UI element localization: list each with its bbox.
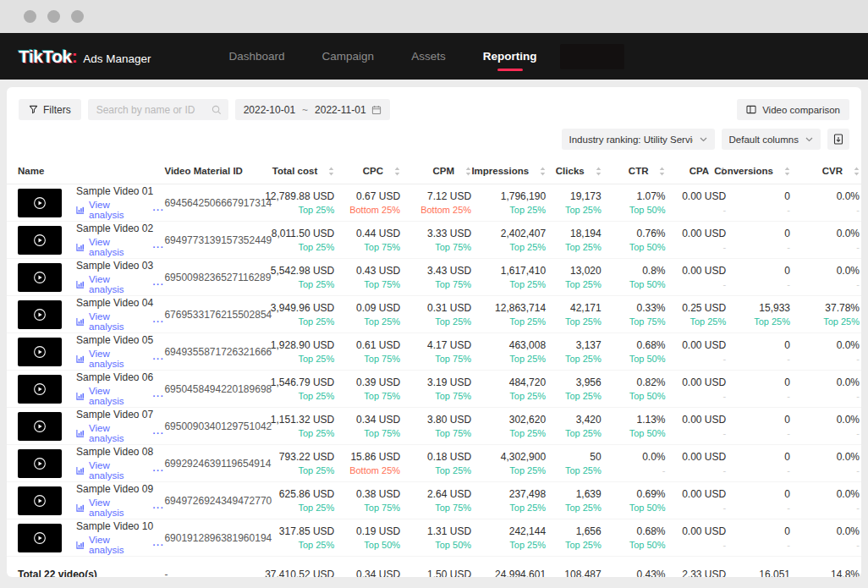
metric-value: 0 xyxy=(728,228,790,239)
table-row: Sample Video 01 View analysis ··· 694564… xyxy=(7,184,861,222)
video-material-id: 6945642506667917314 xyxy=(164,184,256,222)
metric-rank: Top 25% xyxy=(547,503,602,513)
view-analysis-link[interactable]: View analysis xyxy=(89,423,143,443)
view-analysis-link[interactable]: View analysis xyxy=(89,274,143,294)
table-footer-row: Total 22 video(s) - 37,410.52 USD0.34 US… xyxy=(7,557,861,578)
column-label: CPC xyxy=(363,166,383,176)
more-actions-button[interactable]: ··· xyxy=(152,503,164,513)
video-name: Sample Video 01 xyxy=(76,185,164,197)
window-close-button[interactable] xyxy=(24,10,36,23)
metric-cell: 3.19 USDTop 75% xyxy=(402,371,473,408)
metric-cell: 19,173Top 25% xyxy=(547,184,603,222)
more-actions-button[interactable]: ··· xyxy=(152,465,164,475)
metric-value: 42,171 xyxy=(547,302,602,314)
window-maximize-button[interactable] xyxy=(71,10,84,23)
metric-cell: 3.80 USDTop 75% xyxy=(402,408,473,445)
nav-item-reporting[interactable]: Reporting xyxy=(483,41,537,71)
analysis-chart-icon xyxy=(76,503,85,512)
sort-icon[interactable] xyxy=(854,167,860,176)
video-thumbnail[interactable] xyxy=(18,338,62,366)
column-header-total-cost[interactable]: Total cost xyxy=(256,160,336,184)
metric-cell: 0.09 USDTop 25% xyxy=(336,296,402,333)
video-thumbnail[interactable] xyxy=(18,412,62,441)
nav-item-campaign[interactable]: Campaign xyxy=(322,41,375,71)
metric-cell: 0.00 USD- xyxy=(667,519,728,557)
view-analysis-link[interactable]: View analysis xyxy=(89,200,143,220)
view-analysis-link[interactable]: View analysis xyxy=(89,497,143,518)
metric-value: 0.0% xyxy=(792,339,860,351)
metric-value: 0 xyxy=(728,376,790,388)
metric-rank: Top 75% xyxy=(402,391,471,401)
video-material-id: 6949355871726321666 xyxy=(164,333,256,371)
metric-rank: - xyxy=(792,465,860,475)
metric-rank: - xyxy=(667,242,726,252)
date-range-picker[interactable]: 2022-10-01 ~ 2022-11-01 xyxy=(235,99,390,120)
view-analysis-link[interactable]: View analysis xyxy=(89,460,143,481)
table-header-row: NameVideo Material IDTotal costCPCCPMImp… xyxy=(7,160,861,184)
metric-cell: 0.68%Top 50% xyxy=(603,519,667,557)
metric-value: 0.67 USD xyxy=(336,190,400,202)
window-minimize-button[interactable] xyxy=(47,10,60,23)
column-header-conversions[interactable]: Conversions xyxy=(728,160,792,184)
filters-button[interactable]: Filters xyxy=(19,99,81,120)
column-header-cvr[interactable]: CVR xyxy=(792,160,861,184)
metric-rank: Top 25% xyxy=(547,205,602,215)
more-actions-button[interactable]: ··· xyxy=(152,242,164,252)
view-analysis-link[interactable]: View analysis xyxy=(89,237,143,257)
sort-icon[interactable] xyxy=(328,167,334,176)
column-header-cpc[interactable]: CPC xyxy=(336,160,402,184)
video-thumbnail[interactable] xyxy=(18,375,62,404)
video-thumbnail[interactable] xyxy=(18,263,62,292)
column-header-clicks[interactable]: Clicks xyxy=(547,160,603,184)
industry-ranking-dropdown[interactable]: Industry ranking: Utility Service xyxy=(562,129,715,150)
metric-cell: 3,956Top 25% xyxy=(547,371,603,408)
more-actions-button[interactable]: ··· xyxy=(152,540,164,550)
more-actions-button[interactable]: ··· xyxy=(152,428,164,438)
video-thumbnail[interactable] xyxy=(18,189,62,217)
more-actions-button[interactable]: ··· xyxy=(152,316,164,327)
metric-value: 0.0% xyxy=(792,265,860,277)
view-analysis-link[interactable]: View analysis xyxy=(89,535,143,555)
metric-rank: Top 75% xyxy=(336,242,400,252)
nav-item-assets[interactable]: Assets xyxy=(411,41,446,71)
video-thumbnail[interactable] xyxy=(18,524,62,552)
view-analysis-link[interactable]: View analysis xyxy=(89,311,143,332)
video-thumbnail[interactable] xyxy=(18,449,62,478)
more-actions-button[interactable]: ··· xyxy=(152,205,164,215)
view-analysis-link[interactable]: View analysis xyxy=(89,386,143,406)
column-header-ctr[interactable]: CTR xyxy=(603,160,667,184)
sort-icon[interactable] xyxy=(540,167,546,176)
column-header-cpm[interactable]: CPM xyxy=(402,160,473,184)
nav-item-dashboard[interactable]: Dashboard xyxy=(229,41,285,71)
metric-value: 3.43 USD xyxy=(402,265,471,277)
metric-rank: Top 25% xyxy=(402,465,471,475)
analysis-chart-icon xyxy=(76,243,85,251)
video-thumbnail[interactable] xyxy=(18,486,62,515)
table-row: Sample Video 08 View analysis ··· 699292… xyxy=(7,445,861,482)
metric-cell: 0.00 USD- xyxy=(667,333,728,371)
search-input[interactable]: Search by name or ID xyxy=(88,99,228,120)
sort-icon[interactable] xyxy=(784,167,790,176)
video-thumbnail[interactable] xyxy=(18,226,62,255)
column-label: Conversions xyxy=(714,166,773,176)
video-thumbnail[interactable] xyxy=(18,300,62,329)
sort-icon[interactable] xyxy=(596,167,602,176)
metric-rank: Top 25% xyxy=(473,465,546,475)
more-actions-button[interactable]: ··· xyxy=(152,391,164,401)
metric-rank: Top 75% xyxy=(603,316,666,327)
tiktok-ads-manager-logo[interactable]: TikTok: Ads Manager xyxy=(19,47,151,67)
columns-dropdown[interactable]: Default columns xyxy=(722,129,821,150)
view-analysis-link[interactable]: View analysis xyxy=(89,349,143,369)
more-actions-button[interactable]: ··· xyxy=(152,354,164,364)
analysis-chart-icon xyxy=(76,429,85,437)
metric-cell: 42,171Top 25% xyxy=(547,296,603,333)
sort-icon[interactable] xyxy=(465,167,471,176)
more-actions-button[interactable]: ··· xyxy=(152,279,164,289)
play-icon xyxy=(32,307,47,322)
sort-icon[interactable] xyxy=(394,167,400,176)
analysis-chart-icon xyxy=(76,354,85,363)
sort-icon[interactable] xyxy=(659,167,665,176)
export-report-button[interactable] xyxy=(827,129,849,150)
column-header-impressions[interactable]: Impressions xyxy=(473,160,547,184)
video-comparison-button[interactable]: Video comparison xyxy=(737,99,849,120)
